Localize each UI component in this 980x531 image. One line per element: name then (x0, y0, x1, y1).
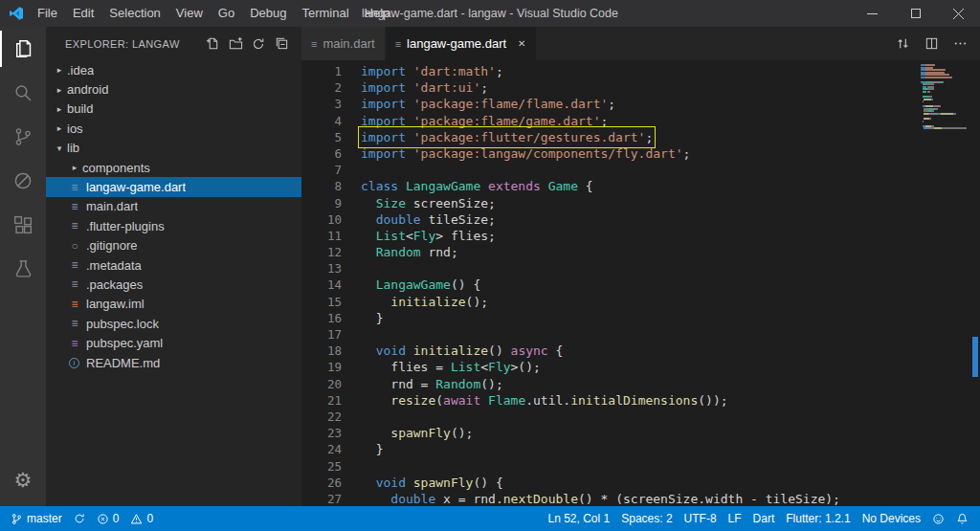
explorer-icon[interactable] (0, 27, 46, 71)
refresh-icon[interactable] (248, 33, 269, 55)
status-sync[interactable] (68, 506, 91, 531)
folder-item-ios[interactable]: ▸ios (46, 119, 301, 138)
code-line-5[interactable]: 5import 'package:flutter/gestures.dart'; (301, 129, 840, 145)
source-control-icon[interactable] (0, 115, 46, 159)
file-item-gitignore[interactable]: ○.gitignore (46, 236, 301, 255)
code-line-26[interactable]: 26 void spawnFly() { (301, 475, 840, 491)
maximize-button[interactable] (894, 0, 937, 27)
extensions-icon[interactable] (0, 203, 46, 247)
folder-item-build[interactable]: ▸build (46, 100, 301, 119)
code-line-9[interactable]: 9 Size screenSize; (301, 195, 840, 211)
status-warnings[interactable]: 0 (124, 506, 159, 531)
settings-gear-icon[interactable]: ⚙ (0, 458, 46, 502)
code-line-27[interactable]: 27 double x = rnd.nextDouble() * (screen… (301, 491, 840, 507)
status-cursor-position[interactable]: Ln 52, Col 1 (542, 506, 615, 531)
line-number: 17 (301, 326, 342, 343)
status-errors[interactable]: 0 (91, 506, 125, 531)
tab-langaw-game-dart[interactable]: ≡langaw-game.dart✕ (386, 27, 537, 60)
swap-arrows-icon[interactable] (894, 35, 911, 53)
tabs: ≡main.dart≡langaw-game.dart✕ (301, 27, 537, 60)
code-line-16[interactable]: 16 } (301, 310, 840, 326)
tab-main-dart[interactable]: ≡main.dart (301, 27, 386, 60)
file-item-main-dart[interactable]: ≡main.dart (46, 197, 301, 216)
status-encoding[interactable]: UTF-8 (679, 506, 723, 531)
status-flutter-version[interactable]: Flutter: 1.2.1 (780, 506, 856, 531)
menu-go[interactable]: Go (211, 0, 242, 27)
status-eol[interactable]: LF (723, 506, 747, 531)
code-line-15[interactable]: 15 initialize(); (301, 294, 840, 310)
chevron-right-icon: ▸ (52, 104, 67, 114)
menu-debug[interactable]: Debug (242, 0, 294, 27)
close-button[interactable] (937, 0, 980, 27)
status-notifications[interactable] (950, 506, 974, 531)
code-line-25[interactable]: 25 (301, 458, 840, 475)
code-line-1[interactable]: 1import 'dart:math'; (301, 63, 840, 79)
new-file-icon[interactable] (202, 33, 223, 55)
file-item-flutter-plugins[interactable]: ≡.flutter-plugins (46, 216, 301, 235)
code-editor[interactable]: 1import 'dart:math';2import 'dart:ui';3i… (301, 60, 980, 506)
folder-item-android[interactable]: ▸android (46, 79, 301, 99)
code-line-7[interactable]: 7 (301, 162, 840, 178)
file-item-langaw-iml[interactable]: ≡langaw.iml (46, 295, 301, 314)
file-item-pubspec-lock[interactable]: ≡pubspec.lock (46, 314, 301, 333)
file-item-readme-md[interactable]: iREADME.md (46, 353, 301, 372)
split-editor-icon[interactable] (923, 35, 940, 53)
status-indentation[interactable]: Spaces: 2 (615, 506, 678, 531)
line-number: 25 (301, 458, 342, 475)
line-number: 11 (301, 228, 342, 244)
status-git-branch[interactable]: master (5, 506, 68, 531)
menu-view[interactable]: View (168, 0, 211, 27)
line-content: import 'package:flame/flame.dart'; (361, 96, 615, 112)
code-line-13[interactable]: 13 (301, 260, 840, 277)
status-language-mode[interactable]: Dart (747, 506, 781, 531)
explorer-sidebar: EXPLORER: LANGAW ▸.idea▸android▸build▸io… (46, 27, 301, 506)
menu-selection[interactable]: Selection (101, 0, 167, 27)
code-line-14[interactable]: 14 LangawGame() { (301, 277, 840, 293)
code-line-18[interactable]: 18 void initialize() async { (301, 343, 840, 359)
vscode-logo-icon (9, 6, 25, 22)
new-folder-icon[interactable] (225, 33, 246, 55)
file-item-langaw-game-dart[interactable]: ≡langaw-game.dart (46, 177, 301, 196)
code-line-6[interactable]: 6import 'package:langaw/components/fly.d… (301, 145, 840, 162)
file-item-metadata[interactable]: ≡.metadata (46, 255, 301, 275)
code-line-2[interactable]: 2import 'dart:ui'; (301, 79, 840, 96)
code-line-24[interactable]: 24 } (301, 441, 840, 457)
line-number: 2 (301, 79, 342, 96)
code-line-22[interactable]: 22 (301, 409, 840, 425)
status-bar-right: Ln 52, Col 1Spaces: 2UTF-8LFDartFlutter:… (542, 506, 980, 531)
code-line-21[interactable]: 21 resize(await Flame.util.initialDimens… (301, 392, 840, 409)
item-label: pubspec.yaml (86, 336, 163, 350)
code-line-23[interactable]: 23 spawnFly(); (301, 425, 840, 441)
code-line-10[interactable]: 10 double tileSize; (301, 211, 840, 228)
folder-item-lib[interactable]: ▾lib (46, 139, 301, 158)
folder-item-components[interactable]: ▸components (46, 158, 301, 177)
code-line-4[interactable]: 4import 'package:flame/game.dart'; (301, 113, 840, 129)
menu-terminal[interactable]: Terminal (294, 0, 356, 27)
overview-ruler-marker (972, 337, 978, 377)
file-item-packages[interactable]: ≡.packages (46, 275, 301, 294)
minimize-button[interactable] (851, 0, 894, 27)
code-line-11[interactable]: 11 List<Fly> flies; (301, 228, 840, 244)
status-device[interactable]: No Devices (857, 506, 926, 531)
collapse-all-icon[interactable] (271, 33, 292, 55)
menu-help[interactable]: Help (357, 0, 398, 27)
search-icon[interactable] (0, 71, 46, 115)
line-content: List<Fly> flies; (361, 228, 496, 244)
code-line-12[interactable]: 12 Random rnd; (301, 244, 840, 260)
item-label: android (67, 82, 108, 97)
status-feedback[interactable] (926, 506, 950, 531)
code-line-17[interactable]: 17 (301, 326, 840, 343)
menu-edit[interactable]: Edit (65, 0, 101, 27)
menu-file[interactable]: File (30, 0, 65, 27)
folder-item-idea[interactable]: ▸.idea (46, 60, 301, 79)
debug-icon[interactable] (0, 159, 46, 203)
test-beaker-icon[interactable] (0, 247, 46, 291)
code-line-19[interactable]: 19 flies = List<Fly>(); (301, 359, 840, 375)
code-line-20[interactable]: 20 rnd = Random(); (301, 376, 840, 392)
file-item-pubspec-yaml[interactable]: ≡pubspec.yaml (46, 333, 301, 352)
more-actions-icon[interactable] (951, 35, 969, 53)
minimap[interactable] (921, 64, 967, 130)
code-line-8[interactable]: 8class LangawGame extends Game { (301, 178, 840, 194)
code-line-3[interactable]: 3import 'package:flame/flame.dart'; (301, 96, 840, 112)
close-tab-icon[interactable]: ✕ (518, 38, 525, 49)
